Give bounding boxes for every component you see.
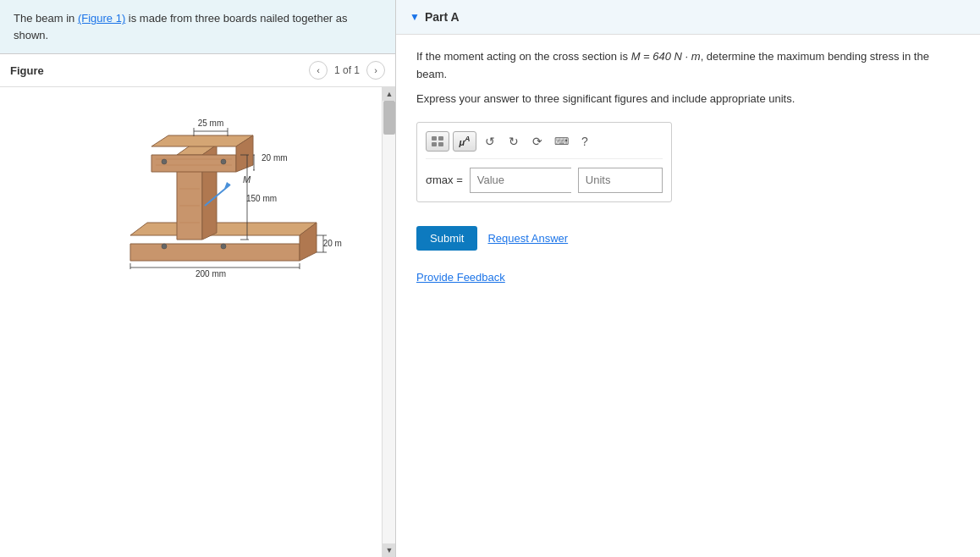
svg-rect-44 bbox=[432, 142, 437, 146]
right-panel: ▼ Part A If the moment acting on the cro… bbox=[396, 0, 980, 557]
express-text: Express your answer to three significant… bbox=[416, 92, 960, 105]
figure-scrollbar[interactable]: ▲ ▼ bbox=[382, 87, 395, 557]
figure-header: Figure ‹ 1 of 1 › bbox=[0, 54, 395, 87]
svg-marker-7 bbox=[151, 135, 253, 146]
problem-text-prefix: The beam in bbox=[14, 12, 78, 25]
matrix-tool-button[interactable] bbox=[426, 131, 449, 152]
figure-image-area: 25 mm 150 mm 20 mm bbox=[0, 87, 395, 557]
mu-icon: μA bbox=[459, 135, 470, 147]
svg-marker-0 bbox=[130, 244, 300, 261]
part-toggle-icon[interactable]: ▼ bbox=[410, 11, 420, 23]
svg-rect-42 bbox=[432, 136, 437, 141]
problem-statement: The beam in (Figure 1) is made from thre… bbox=[0, 0, 395, 54]
figure-content: 25 mm 150 mm 20 mm bbox=[0, 87, 395, 557]
keyboard-button[interactable]: ⌨ bbox=[551, 131, 571, 152]
input-row: σmax = bbox=[426, 168, 663, 193]
scroll-up-arrow[interactable]: ▲ bbox=[383, 87, 395, 101]
part-header: ▼ Part A bbox=[396, 0, 980, 35]
svg-rect-45 bbox=[438, 142, 443, 146]
redo-button[interactable]: ↻ bbox=[504, 131, 524, 152]
svg-marker-1 bbox=[130, 223, 317, 235]
svg-text:150 mm: 150 mm bbox=[245, 194, 276, 203]
scrollbar-thumb[interactable] bbox=[383, 101, 395, 135]
figure-next-button[interactable]: › bbox=[366, 61, 385, 80]
value-input[interactable] bbox=[470, 168, 571, 193]
provide-feedback-button[interactable]: Provide Feedback bbox=[416, 271, 505, 284]
part-section: ▼ Part A If the moment acting on the cro… bbox=[396, 0, 980, 297]
figure-section: Figure ‹ 1 of 1 › bbox=[0, 54, 395, 557]
figure-link[interactable]: (Figure 1) bbox=[78, 12, 125, 25]
svg-point-16 bbox=[221, 159, 226, 164]
help-icon: ? bbox=[581, 135, 588, 148]
svg-rect-43 bbox=[438, 136, 443, 141]
svg-text:20 mm: 20 mm bbox=[262, 153, 288, 163]
action-row: Submit Request Answer bbox=[416, 226, 960, 251]
math-expression: M = 640 N · m bbox=[631, 50, 701, 63]
scroll-down-arrow[interactable]: ▼ bbox=[383, 543, 395, 557]
refresh-icon: ⟳ bbox=[532, 135, 542, 148]
answer-container: μA ↺ ↻ ⟳ ⌨ ? bbox=[416, 122, 672, 202]
matrix-icon bbox=[431, 135, 444, 147]
units-input[interactable] bbox=[578, 168, 663, 193]
figure-nav-count: 1 of 1 bbox=[334, 64, 360, 76]
undo-button[interactable]: ↺ bbox=[480, 131, 500, 152]
left-panel: The beam in (Figure 1) is made from thre… bbox=[0, 0, 396, 557]
figure-title: Figure bbox=[10, 64, 44, 77]
svg-text:20 mm: 20 mm bbox=[322, 239, 341, 248]
svg-point-18 bbox=[221, 244, 226, 249]
svg-text:200 mm: 200 mm bbox=[195, 269, 225, 278]
help-button[interactable]: ? bbox=[575, 131, 595, 152]
beam-svg: 25 mm 150 mm 20 mm bbox=[80, 113, 342, 278]
question-text-line1: If the moment acting on the cross sectio… bbox=[416, 48, 960, 84]
svg-text:M: M bbox=[243, 174, 251, 185]
undo-icon: ↺ bbox=[485, 135, 495, 148]
svg-point-15 bbox=[162, 159, 167, 164]
answer-toolbar: μA ↺ ↻ ⟳ ⌨ ? bbox=[426, 131, 663, 159]
figure-prev-button[interactable]: ‹ bbox=[309, 61, 328, 80]
keyboard-icon: ⌨ bbox=[554, 135, 569, 147]
figure-nav: ‹ 1 of 1 › bbox=[309, 61, 385, 80]
submit-button[interactable]: Submit bbox=[416, 226, 477, 251]
mu-tool-button[interactable]: μA bbox=[453, 131, 476, 152]
sigma-label: σmax = bbox=[426, 174, 463, 186]
refresh-button[interactable]: ⟳ bbox=[527, 131, 548, 152]
svg-point-17 bbox=[162, 244, 167, 249]
redo-icon: ↻ bbox=[509, 135, 519, 148]
part-content: If the moment acting on the cross sectio… bbox=[396, 35, 980, 297]
svg-text:25 mm: 25 mm bbox=[197, 119, 223, 128]
request-answer-button[interactable]: Request Answer bbox=[487, 232, 568, 245]
part-title: Part A bbox=[425, 10, 460, 24]
beam-drawing: 25 mm 150 mm 20 mm bbox=[80, 113, 342, 280]
